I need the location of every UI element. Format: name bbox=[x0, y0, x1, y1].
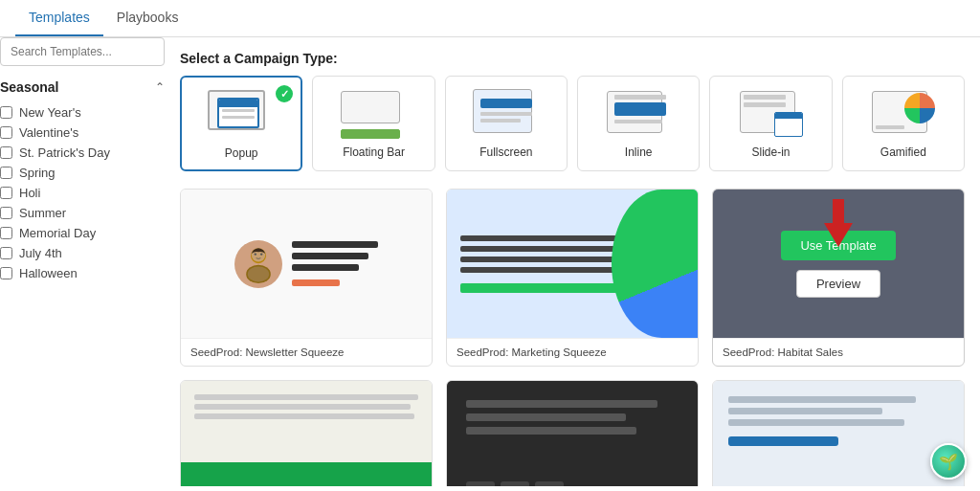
tab-templates[interactable]: Templates bbox=[15, 0, 103, 36]
svg-point-5 bbox=[248, 266, 269, 281]
campaign-label-slide-in: Slide-in bbox=[751, 145, 790, 159]
svg-rect-7 bbox=[833, 199, 844, 225]
filter-valentines[interactable]: Valentine's bbox=[0, 123, 165, 143]
checkbox-st-patricks[interactable] bbox=[0, 146, 12, 159]
filter-label-july-4th: July 4th bbox=[19, 246, 62, 260]
campaign-label-gamified: Gamified bbox=[880, 145, 926, 159]
seasonal-title: Seasonal bbox=[0, 79, 58, 95]
checkbox-memorial-day[interactable] bbox=[0, 227, 12, 239]
filter-label-spring: Spring bbox=[19, 166, 56, 180]
campaign-card-gamified[interactable]: Gamified bbox=[842, 76, 965, 171]
filter-label-holi: Holi bbox=[19, 186, 40, 200]
campaign-card-popup[interactable]: ✓ Popup bbox=[180, 76, 302, 171]
selected-check-icon: ✓ bbox=[276, 85, 293, 102]
arrow-indicator bbox=[819, 199, 858, 250]
svg-marker-6 bbox=[824, 223, 853, 247]
checkbox-spring[interactable] bbox=[0, 167, 12, 179]
checkbox-valentines[interactable] bbox=[0, 126, 12, 139]
template-preview-marketing bbox=[447, 190, 698, 338]
fullscreen-icon bbox=[473, 90, 540, 138]
campaign-label-floating-bar: Floating Bar bbox=[343, 145, 405, 159]
template-card-newsletter[interactable]: SeedProd: Newsletter Squeeze bbox=[180, 189, 433, 367]
search-input[interactable] bbox=[0, 37, 165, 66]
checkbox-holi[interactable] bbox=[0, 187, 12, 199]
person-avatar bbox=[234, 240, 282, 288]
seasonal-section-header[interactable]: Seasonal ⌃ bbox=[0, 79, 165, 95]
campaign-label-inline: Inline bbox=[625, 145, 653, 159]
preview-button[interactable]: Preview bbox=[796, 270, 880, 298]
campaign-card-slide-in[interactable]: Slide-in bbox=[709, 76, 832, 171]
tab-playbooks[interactable]: Playbooks bbox=[103, 0, 192, 36]
slide-in-icon bbox=[738, 90, 805, 138]
template-card-6[interactable] bbox=[712, 380, 965, 486]
template-preview-habitat: Use Template Preview bbox=[713, 190, 964, 338]
filter-july-4th[interactable]: July 4th bbox=[0, 243, 165, 263]
filter-label-new-years: New Year's bbox=[19, 105, 81, 120]
template-card-marketing[interactable]: SeedProd: Marketing Squeeze bbox=[446, 189, 699, 367]
campaign-label-fullscreen: Fullscreen bbox=[479, 145, 532, 159]
template-name-marketing: SeedProd: Marketing Squeeze bbox=[447, 338, 698, 366]
filter-label-summer: Summer bbox=[19, 206, 66, 220]
template-card-4[interactable] bbox=[180, 380, 433, 486]
campaign-type-label: Select a Campaign Type: bbox=[180, 51, 965, 66]
campaign-types-row: ✓ Popup bbox=[180, 76, 965, 171]
campaign-card-inline[interactable]: Inline bbox=[577, 76, 700, 171]
filter-label-valentines: Valentine's bbox=[19, 125, 78, 140]
inline-icon bbox=[605, 90, 672, 138]
sidebar: Seasonal ⌃ New Year's Valentine's St. Pa… bbox=[0, 37, 165, 486]
checkbox-new-years[interactable] bbox=[0, 106, 12, 119]
campaign-card-fullscreen[interactable]: Fullscreen bbox=[445, 76, 568, 171]
newsletter-text-lines bbox=[292, 241, 378, 286]
filter-label-halloween: Halloween bbox=[19, 266, 78, 280]
filter-halloween[interactable]: Halloween bbox=[0, 263, 165, 283]
watermark-icon: 🌱 bbox=[939, 453, 958, 471]
template-preview-5 bbox=[447, 381, 698, 486]
floating-bar-icon bbox=[341, 90, 408, 138]
filter-memorial-day[interactable]: Memorial Day bbox=[0, 223, 165, 243]
checkbox-july-4th[interactable] bbox=[0, 247, 12, 259]
content-area: Select a Campaign Type: ✓ Popup bbox=[165, 37, 980, 486]
filter-st-patricks[interactable]: St. Patrick's Day bbox=[0, 143, 165, 163]
template-preview-6 bbox=[713, 381, 964, 486]
filter-summer[interactable]: Summer bbox=[0, 203, 165, 223]
template-name-habitat: SeedProd: Habitat Sales bbox=[713, 338, 964, 366]
filter-holi[interactable]: Holi bbox=[0, 183, 165, 203]
filter-new-years[interactable]: New Year's bbox=[0, 102, 165, 123]
checkbox-summer[interactable] bbox=[0, 207, 12, 219]
watermark-badge: 🌱 bbox=[930, 443, 967, 480]
checkbox-halloween[interactable] bbox=[0, 267, 12, 279]
filter-label-memorial-day: Memorial Day bbox=[19, 226, 96, 240]
svg-point-3 bbox=[255, 253, 256, 255]
campaign-label-popup: Popup bbox=[225, 146, 258, 160]
template-card-habitat[interactable]: Use Template Preview SeedProd: Habitat S… bbox=[712, 189, 965, 367]
chevron-up-icon: ⌃ bbox=[155, 80, 165, 94]
template-preview-newsletter bbox=[181, 190, 432, 338]
gamified-icon bbox=[870, 90, 937, 138]
filter-spring[interactable]: Spring bbox=[0, 163, 165, 183]
filter-label-st-patricks: St. Patrick's Day bbox=[19, 145, 110, 160]
svg-point-4 bbox=[260, 253, 262, 255]
template-card-5[interactable] bbox=[446, 380, 699, 486]
top-tabs-bar: Templates Playbooks bbox=[0, 0, 980, 37]
seasonal-filters: New Year's Valentine's St. Patrick's Day… bbox=[0, 102, 165, 283]
popup-icon bbox=[208, 91, 275, 139]
templates-grid: SeedProd: Newsletter Squeeze bbox=[180, 189, 965, 486]
campaign-card-floating-bar[interactable]: Floating Bar bbox=[312, 76, 434, 171]
template-name-newsletter: SeedProd: Newsletter Squeeze bbox=[181, 338, 432, 366]
template-preview-4 bbox=[181, 381, 432, 486]
